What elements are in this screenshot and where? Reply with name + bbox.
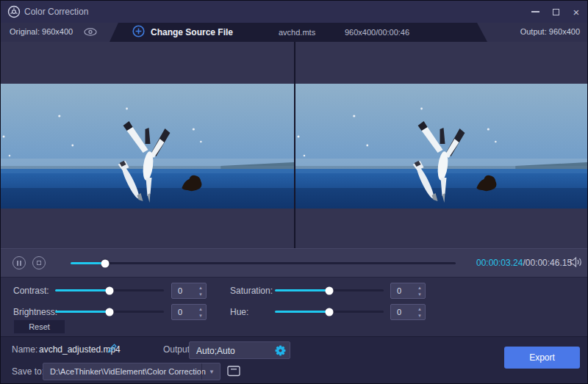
- current-time: 00:00:03.24: [476, 258, 523, 268]
- spinner-down-icon[interactable]: ▼: [198, 312, 203, 319]
- spinner-up-icon[interactable]: ▲: [417, 284, 422, 291]
- pause-button[interactable]: [12, 256, 26, 269]
- seek-slider[interactable]: [71, 262, 456, 264]
- folder-icon: [226, 369, 241, 380]
- change-source-file-label: Change Source File: [151, 27, 233, 37]
- seek-slider-thumb[interactable]: [101, 259, 110, 267]
- export-button[interactable]: Export: [504, 347, 580, 369]
- maximize-button[interactable]: [545, 1, 566, 23]
- contrast-slider[interactable]: [55, 289, 164, 291]
- output-format-field[interactable]: Auto;Auto: [189, 341, 290, 359]
- spinner-up-icon[interactable]: ▲: [417, 305, 422, 312]
- export-bar: Name: avchd_adjusted.mp4 Output: Auto;Au…: [1, 336, 588, 384]
- output-resolution-label: Output: 960x400: [520, 27, 580, 36]
- change-source-file-button[interactable]: Change Source File: [132, 23, 233, 42]
- minimize-button[interactable]: [525, 1, 545, 23]
- source-info-bar: Original: 960x400 Change Source File avc…: [1, 23, 588, 42]
- output-tab: Output: 960x400: [475, 23, 588, 42]
- close-button[interactable]: ×: [566, 1, 587, 23]
- total-time: /00:00:46.15: [523, 258, 572, 268]
- hue-slider-fill: [275, 311, 329, 313]
- brightness-label: Brightness:: [13, 307, 57, 317]
- save-to-label: Save to:: [12, 366, 44, 377]
- hue-spinner[interactable]: 0 ▲▼: [390, 304, 426, 320]
- brightness-spinner[interactable]: 0 ▲▼: [171, 304, 207, 320]
- save-path-dropdown[interactable]: D:\AceThinker\VidElement\Color Correctio…: [43, 363, 220, 380]
- save-path-value: D:\AceThinker\VidElement\Color Correctio…: [50, 367, 206, 376]
- seek-slider-fill: [71, 262, 105, 264]
- eye-icon[interactable]: [83, 26, 98, 40]
- brightness-slider-thumb[interactable]: [106, 308, 114, 316]
- contrast-value: 0: [178, 286, 182, 295]
- stop-icon: [37, 261, 41, 265]
- stop-button[interactable]: [32, 256, 46, 269]
- window-title: Color Correction: [24, 7, 88, 17]
- output-preview-panel: [295, 42, 588, 248]
- spinner-down-icon[interactable]: ▼: [417, 291, 422, 297]
- title-bar: Color Correction ×: [1, 1, 588, 23]
- playback-bar: 00:00:03.24/00:00:46.15: [1, 248, 588, 277]
- hue-slider-thumb[interactable]: [326, 308, 334, 316]
- minimize-icon: [531, 11, 539, 12]
- saturation-slider-fill: [275, 289, 329, 291]
- maximize-icon: [553, 9, 559, 15]
- contrast-spinner[interactable]: 0 ▲▼: [171, 283, 207, 299]
- spinner-up-icon[interactable]: ▲: [198, 284, 203, 291]
- time-display: 00:00:03.24/00:00:46.15: [476, 258, 572, 268]
- reset-button[interactable]: Reset: [13, 319, 65, 334]
- original-video-frame: [1, 84, 294, 209]
- edit-pencil-icon[interactable]: [107, 343, 118, 357]
- original-resolution-label: Original: 960x400: [10, 27, 73, 36]
- close-icon: ×: [573, 7, 580, 18]
- brightness-slider-fill: [55, 311, 110, 313]
- pause-icon: [17, 261, 21, 266]
- contrast-slider-thumb[interactable]: [106, 286, 114, 294]
- volume-icon[interactable]: [570, 256, 583, 271]
- adjustments-panel: Contrast: 0 ▲▼ Saturation: 0 ▲▼ Brightne…: [1, 277, 588, 336]
- spinner-down-icon[interactable]: ▼: [198, 291, 203, 297]
- brightness-slider[interactable]: [55, 311, 164, 313]
- brightness-value: 0: [178, 308, 182, 316]
- output-format-value: Auto;Auto: [196, 346, 235, 356]
- preview-area: [1, 42, 588, 248]
- dropdown-arrow-icon: ▼: [209, 369, 215, 375]
- contrast-slider-fill: [55, 289, 110, 291]
- app-logo-icon: [7, 5, 21, 21]
- original-preview-panel: [1, 42, 294, 248]
- output-format-label: Output:: [163, 344, 192, 355]
- browse-folder-button[interactable]: [226, 364, 242, 379]
- plus-icon: [132, 25, 145, 40]
- saturation-label: Saturation:: [230, 286, 273, 296]
- hue-slider[interactable]: [275, 311, 384, 313]
- gear-icon[interactable]: [274, 344, 287, 360]
- name-label: Name:: [12, 344, 37, 355]
- app-window: Color Correction × Original: 960x400: [0, 0, 588, 384]
- hue-value: 0: [397, 308, 401, 316]
- saturation-slider-thumb[interactable]: [326, 286, 334, 294]
- spinner-down-icon[interactable]: ▼: [417, 312, 422, 319]
- file-name: avchd.mts: [279, 28, 315, 37]
- original-tab: Original: 960x400: [1, 23, 127, 42]
- saturation-value: 0: [397, 286, 401, 295]
- contrast-label: Contrast:: [13, 286, 49, 296]
- spinner-up-icon[interactable]: ▲: [198, 305, 203, 312]
- saturation-slider[interactable]: [275, 289, 384, 291]
- hue-label: Hue:: [230, 307, 248, 317]
- file-resolution-duration: 960x400/00:00:46: [345, 28, 409, 37]
- saturation-spinner[interactable]: 0 ▲▼: [390, 283, 426, 299]
- output-video-frame: [295, 84, 588, 209]
- dropdown-separator: [201, 363, 202, 380]
